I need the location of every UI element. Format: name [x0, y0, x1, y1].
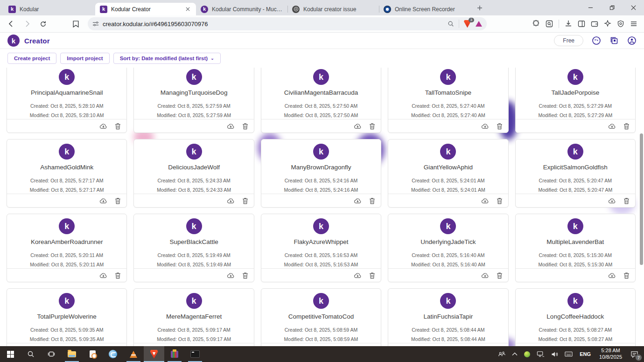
language-indicator[interactable]: ENG	[577, 346, 594, 362]
bookmark-icon[interactable]	[69, 17, 82, 30]
create-project-button[interactable]: Create project	[7, 53, 56, 64]
export-cloud-icon[interactable]	[354, 123, 362, 130]
export-cloud-icon[interactable]	[354, 197, 362, 204]
delete-trash-icon[interactable]	[115, 123, 121, 130]
tray-expand-icon[interactable]	[510, 346, 520, 362]
vpn-shield-icon[interactable]	[617, 20, 624, 28]
export-cloud-icon[interactable]	[608, 123, 616, 130]
export-cloud-icon[interactable]	[99, 197, 107, 204]
page-scrollbar[interactable]	[640, 133, 643, 265]
project-card[interactable]: k SuperBlackCattle Created: Oct 8, 2025,…	[133, 214, 254, 282]
tab-online-screen-recorder[interactable]: Online Screen Recorder	[379, 3, 470, 15]
network-icon[interactable]	[534, 346, 547, 362]
export-cloud-icon[interactable]	[481, 123, 489, 130]
sort-dropdown[interactable]: Sort by: Date modified (latest first) ⌄	[113, 53, 221, 64]
export-cloud-icon[interactable]	[481, 197, 489, 204]
delete-trash-icon[interactable]	[369, 197, 375, 204]
reload-icon[interactable]	[36, 17, 49, 30]
project-card[interactable]: k UnderlyingJadeTick Created: Oct 8, 202…	[388, 214, 508, 282]
action-center-icon[interactable]: 7	[628, 346, 644, 362]
export-cloud-icon[interactable]	[481, 272, 489, 279]
antivirus-tray-icon[interactable]	[522, 346, 532, 362]
export-cloud-icon[interactable]	[227, 123, 235, 130]
brave-shields-icon[interactable]: 3	[464, 20, 471, 28]
search-sidebar-icon[interactable]	[546, 20, 553, 28]
project-card[interactable]: k DeliciousJadeWolf Created: Oct 8, 2025…	[133, 139, 254, 208]
file-explorer-icon[interactable]	[62, 346, 82, 362]
downloads-icon[interactable]	[565, 20, 572, 28]
delete-trash-icon[interactable]	[497, 123, 503, 130]
tab-kodular-community[interactable]: k Kodular Community - Much more tha	[196, 3, 287, 15]
project-card[interactable]: k TallJadePorpoise Created: Oct 8, 2025,…	[515, 64, 636, 133]
forward-icon[interactable]	[21, 17, 34, 30]
delete-trash-icon[interactable]	[242, 123, 248, 130]
project-card[interactable]: k CivilianMagentaBarracuda Created: Oct …	[261, 64, 381, 133]
delete-trash-icon[interactable]	[623, 197, 630, 204]
taskbar-search-icon[interactable]	[21, 346, 41, 362]
vlc-icon[interactable]	[123, 346, 144, 362]
back-icon[interactable]	[5, 17, 18, 30]
export-cloud-icon[interactable]	[227, 197, 235, 204]
window-minimize-button[interactable]	[580, 0, 601, 15]
export-cloud-icon[interactable]	[354, 272, 362, 279]
project-card[interactable]: k TotalPurpleWolverine Created: Oct 8, 2…	[7, 288, 127, 346]
winrar-icon[interactable]	[164, 346, 185, 362]
project-card[interactable]: k AshamedGoldMink Created: Oct 8, 2025, …	[7, 139, 127, 208]
task-view-icon[interactable]	[41, 346, 62, 362]
extensions-icon[interactable]	[532, 20, 540, 28]
import-project-button[interactable]: Import project	[60, 53, 109, 64]
sync-app-icon[interactable]	[103, 346, 123, 362]
export-cloud-icon[interactable]	[227, 272, 235, 279]
project-card[interactable]: k ExplicitSalmonGoldfish Created: Oct 8,…	[515, 139, 636, 208]
tab-close-icon[interactable]	[184, 6, 191, 13]
plan-badge[interactable]: Free	[554, 35, 583, 46]
url-text[interactable]: creator.kodular.io/#6496195603070976	[103, 21, 444, 28]
tab-kodular-creator-issue[interactable]: Kodular creator issue	[287, 3, 379, 15]
brave-browser-icon[interactable]	[144, 346, 164, 362]
wallet-icon[interactable]	[591, 20, 598, 28]
project-card[interactable]: k CompetitiveTomatoCod Created: Oct 8, 2…	[261, 288, 381, 346]
delete-trash-icon[interactable]	[369, 123, 375, 130]
leo-ai-icon[interactable]	[604, 20, 611, 28]
project-card[interactable]: k GiantYellowAphid Created: Oct 8, 2025,…	[388, 139, 508, 208]
command-prompt-icon[interactable]	[185, 346, 205, 362]
delete-trash-icon[interactable]	[497, 272, 503, 279]
delete-trash-icon[interactable]	[497, 197, 503, 204]
tab-kodular[interactable]: k Kodular	[4, 3, 95, 15]
touch-keyboard-icon[interactable]	[562, 346, 575, 362]
project-card[interactable]: k KoreanAmberRoadrunner Created: Oct 8, …	[7, 214, 127, 282]
delete-trash-icon[interactable]	[242, 272, 248, 279]
project-card[interactable]: k TallTomatoSnipe Created: Oct 8, 2025, …	[388, 64, 508, 133]
tab-kodular-creator[interactable]: k Kodular Creator	[95, 3, 196, 15]
zoom-icon[interactable]	[448, 21, 454, 27]
export-cloud-icon[interactable]	[608, 197, 616, 204]
delete-trash-icon[interactable]	[115, 272, 121, 279]
document-search-icon[interactable]	[82, 346, 103, 362]
changelog-icon[interactable]	[609, 36, 619, 45]
sidebar-icon[interactable]	[578, 20, 585, 28]
people-icon[interactable]	[496, 346, 508, 362]
address-bar[interactable]: creator.kodular.io/#6496195603070976 3	[88, 17, 487, 30]
menu-icon[interactable]	[630, 20, 637, 28]
community-icon[interactable]	[592, 36, 601, 45]
project-card[interactable]: k LongCoffeeHaddock Created: Oct 8, 2025…	[515, 288, 636, 346]
export-cloud-icon[interactable]	[608, 272, 616, 279]
account-icon[interactable]	[627, 36, 637, 45]
taskbar-clock[interactable]: 5:28 AM 10/8/2025	[595, 348, 626, 361]
brave-rewards-icon[interactable]	[476, 21, 482, 27]
delete-trash-icon[interactable]	[369, 272, 375, 279]
volume-icon[interactable]	[549, 346, 560, 362]
delete-trash-icon[interactable]	[242, 197, 248, 204]
project-card[interactable]: k ManyBrownDragonfly Created: Oct 8, 202…	[261, 139, 381, 208]
project-card[interactable]: k PrincipalAquamarineSnail Created: Oct …	[7, 64, 127, 133]
project-card[interactable]: k MultipleLavenderBat Created: Oct 8, 20…	[515, 214, 636, 282]
delete-trash-icon[interactable]	[623, 272, 630, 279]
new-tab-button[interactable]	[473, 1, 486, 14]
delete-trash-icon[interactable]	[623, 123, 630, 130]
project-card[interactable]: k ManagingTurquoiseDog Created: Oct 8, 2…	[133, 64, 254, 133]
window-close-button[interactable]	[623, 0, 644, 15]
project-card[interactable]: k MereMagentaFerret Created: Oct 8, 2025…	[133, 288, 254, 346]
site-info-icon[interactable]	[92, 21, 99, 27]
delete-trash-icon[interactable]	[115, 197, 121, 204]
export-cloud-icon[interactable]	[99, 123, 107, 130]
